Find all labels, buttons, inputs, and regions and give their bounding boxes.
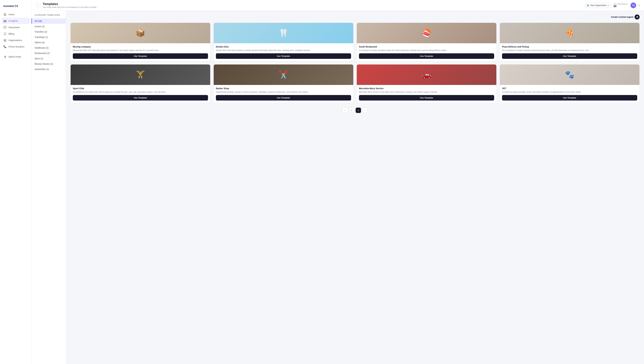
card-image-moving-company: 📦 [70,23,210,43]
use-template-button-moving-company[interactable]: Use Template [73,53,208,59]
use-template-button-sport-club[interactable]: Use Template [73,95,208,101]
pagination-page-1[interactable]: 1 [349,108,354,113]
template-card-sport-club[interactable]: 🏋️ Sport Club AI assistant at our sports… [70,64,210,103]
header-left: ← Templates Use ready-made bots from our… [36,2,97,8]
use-template-button-barber-shop[interactable]: Use Template [216,95,351,101]
card-footer-sushi-restaurant: Use Template [357,53,496,61]
sidebar-item-admin-panel[interactable]: ⊞ Admin Panel [2,54,30,60]
sidebar-item-ai-agents[interactable]: 🤖 AI Agents [2,18,30,24]
card-desc-sushi-restaurant: AI Assistant to answer questions about t… [359,49,494,52]
settings-icon: ⚙ [634,15,640,20]
panel-top: Create Custom Agent ⚙ [70,15,640,20]
card-title-pizza-delivery: Pizza Delivery and Pickup [502,46,637,48]
content-area: Category Templates All (16)Career (2)Tra… [32,11,644,364]
template-card-mercedes-benz[interactable]: 🚗 Mercedes-Benz Service Mercedes-Benz Se… [356,64,496,103]
template-card-pizza-delivery[interactable]: 🍕 Pizza Delivery and Pickup An AI assist… [500,23,640,61]
pagination-prev[interactable]: ‹ [342,108,348,113]
balance-label: Your Total Balance [614,3,628,5]
use-template-button-dental-clinic[interactable]: Use Template [216,53,351,59]
card-image-dental-clinic: 🦷 [214,23,353,43]
use-template-button-sushi-restaurant[interactable]: Use Template [359,53,494,59]
use-template-button-vet[interactable]: Use Template [502,95,637,101]
card-image-icon: 🦷 [279,29,288,38]
left-panel: Category Templates All (16)Career (2)Tra… [32,11,66,364]
page-subtitle: Use ready-made bots from our templates f… [43,6,97,8]
card-body-sport-club: Sport Club AI assistant at our sports cl… [70,85,210,95]
card-footer-dental-clinic: Use Template [214,53,353,61]
category-item-5[interactable]: Healthcare (2) [32,45,66,51]
category-list: All (16)Career (2)Transfers (2)Traveling… [32,19,66,72]
card-footer-vet: Use Template [500,95,640,103]
main-area: ← Templates Use ready-made bots from our… [32,0,644,364]
card-title-barber-shop: Barber Shop [216,87,351,90]
card-desc-vet: AI Veterinary Agent provides, prices and… [502,91,637,93]
category-item-4[interactable]: Others (4) [32,40,66,45]
pagination-page-2[interactable]: 2 [356,108,361,113]
template-card-moving-company[interactable]: 📦 Moving company Moving Bot offers 24/7 … [70,23,210,61]
sidebar-item-label: AI Agents [8,20,18,22]
category-item-3[interactable]: Travelings (1) [32,35,66,40]
card-body-mercedes-benz: Mercedes-Benz Service Mercedes-Benz Serv… [357,85,496,95]
card-body-barber-shop: Barber Shop Appointment booking, answers… [214,85,353,95]
sidebar-item-interactions[interactable]: 💬 Interactions [2,24,30,30]
sidebar-item-phone-numbers[interactable]: 📞 Phone Numbers [2,44,30,50]
category-item-6[interactable]: Restaurants (2) [32,51,66,56]
category-item-1[interactable]: Career (2) [32,24,66,29]
admin-panel-icon: ⊞ [4,55,6,58]
card-desc-pizza-delivery: An AI assistant to answer questions abou… [502,49,637,52]
card-body-vet: VET AI Veterinary Agent provides, prices… [500,85,640,95]
sidebar-item-home[interactable]: 🏠 Home [2,11,30,18]
interactions-icon: 💬 [4,26,6,29]
card-image-barber-shop: ✂️ [214,65,353,85]
category-section-title: Category Templates [32,14,66,19]
use-template-button-mercedes-benz[interactable]: Use Template [359,95,494,101]
card-image-pizza-delivery: 🍕 [500,23,640,43]
category-item-7[interactable]: Sport (1) [32,56,66,61]
sidebar-nav: 🏠 Home 🤖 AI Agents 💬 Interactions 📋 Bill… [0,11,31,60]
pagination-next[interactable]: › [362,108,368,113]
sidebar-item-billing[interactable]: 📋 Billing [2,31,30,37]
app-logo: monobot CX [0,3,31,11]
card-desc-sport-club: AI assistant at our sports club! Here to… [73,91,208,93]
category-item-8[interactable]: Beauty Industry (1) [32,61,66,67]
new-organization-button[interactable]: ⚙️ New Organization ▾ [584,3,611,8]
sidebar-item-label: Home [8,13,14,16]
billing-icon: 📋 [4,32,6,35]
card-title-vet: VET [502,87,637,90]
right-panel: Create Custom Agent ⚙ 📦 Moving company M… [66,11,644,364]
balance-amount: $0 [614,5,628,8]
card-image-sushi-restaurant: 🍣 [357,23,496,43]
template-card-barber-shop[interactable]: ✂️ Barber Shop Appointment booking, answ… [214,64,354,103]
sidebar-item-organizations[interactable]: 🏢 Organizations [2,37,30,43]
card-image-icon: 🚗 [422,70,431,79]
template-card-sushi-restaurant[interactable]: 🍣 Sushi Restaurant AI Assistant to answe… [356,23,496,61]
create-custom-agent-button[interactable]: Create Custom Agent ⚙ [611,15,640,20]
category-item-2[interactable]: Transfers (2) [32,29,66,35]
avatar[interactable]: YS [630,3,636,8]
user-menu-chevron[interactable]: ▾ [639,4,640,6]
sidebar-item-label: Interactions [8,26,20,29]
sidebar: monobot CX 🏠 Home 🤖 AI Agents 💬 Interact… [0,0,32,364]
back-button[interactable]: ← [36,3,41,8]
category-item-9[interactable]: Automotive (1) [32,67,66,72]
avatar-initials: YS [632,4,634,7]
card-title-mercedes-benz: Mercedes-Benz Service [359,87,494,90]
use-template-button-pizza-delivery[interactable]: Use Template [502,53,637,59]
card-desc-dental-clinic: Dental Clinic front desk assistant, prov… [216,49,351,52]
create-custom-label: Create Custom Agent [611,16,633,18]
card-title-sport-club: Sport Club [73,87,208,90]
card-image-icon: 🐾 [565,70,574,79]
header-title-block: Templates Use ready-made bots from our t… [43,2,97,8]
category-item-0[interactable]: All (16) [32,19,66,24]
header: ← Templates Use ready-made bots from our… [32,0,644,11]
card-image-sport-club: 🏋️ [70,65,210,85]
card-footer-moving-company: Use Template [70,53,210,61]
ai-agents-icon: 🤖 [4,19,6,22]
template-card-vet[interactable]: 🐾 VET AI Veterinary Agent provides, pric… [500,64,640,103]
card-image-icon: 🍣 [422,29,431,38]
card-footer-mercedes-benz: Use Template [357,95,496,103]
chevron-down-icon: ▾ [608,4,609,6]
template-card-dental-clinic[interactable]: 🦷 Dental clinic Dental Clinic front desk… [214,23,354,61]
balance-section: Your Total Balance $0 [614,3,628,8]
sidebar-item-label: Organizations [8,39,22,42]
